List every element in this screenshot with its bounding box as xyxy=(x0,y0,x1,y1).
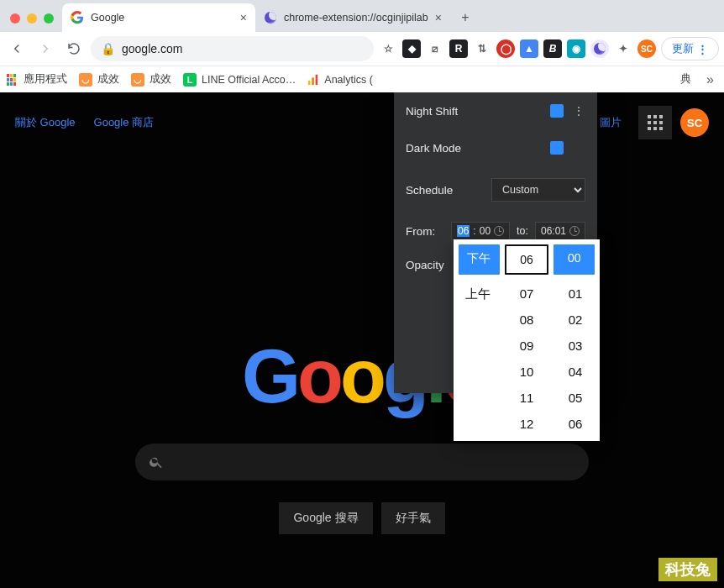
forward-button[interactable] xyxy=(34,37,57,60)
ampm-selected[interactable]: 下午 xyxy=(459,244,500,275)
to-time-input[interactable]: 06:01 xyxy=(535,222,585,240)
lucky-button[interactable]: 好手氣 xyxy=(381,502,445,534)
ext-b-icon[interactable]: B xyxy=(543,39,562,58)
google-apps-button[interactable] xyxy=(638,106,672,139)
tab-strip: Google × chrome-extension://ocginjipilab… xyxy=(0,0,724,32)
ext-nightshift-icon[interactable] xyxy=(590,39,609,58)
bookmark-item[interactable]: 典 xyxy=(680,72,691,87)
nightshift-label: Night Shift xyxy=(406,105,550,118)
minute-column: 01 02 03 04 05 06 xyxy=(551,280,600,441)
address-bar[interactable]: 🔒 google.com xyxy=(91,36,374,61)
about-link[interactable]: 關於 Google xyxy=(15,115,76,130)
minute-option[interactable]: 02 xyxy=(569,312,583,327)
tab-close-icon[interactable]: × xyxy=(435,11,442,24)
nightshift-checkbox[interactable] xyxy=(550,104,564,118)
tab-title: Google xyxy=(91,12,233,24)
bookmark-label: 典 xyxy=(680,72,691,87)
hour-selected[interactable]: 06 xyxy=(505,244,549,275)
url-text: google.com xyxy=(122,42,182,55)
bookmark-label: 成效 xyxy=(97,72,119,87)
line-icon: L xyxy=(183,73,197,87)
bookmark-item[interactable]: Analytics ( xyxy=(307,74,373,86)
apps-grid-icon xyxy=(7,74,18,86)
ampm-option[interactable]: 上午 xyxy=(465,286,491,302)
tab-google[interactable]: Google × xyxy=(62,3,255,32)
bookmark-item[interactable]: L LINE Official Acco… xyxy=(183,73,296,87)
from-time-input[interactable]: 06:00 xyxy=(451,222,510,240)
tab-close-icon[interactable]: × xyxy=(240,11,247,24)
window-minimize-button[interactable] xyxy=(27,13,37,24)
minute-option[interactable]: 04 xyxy=(569,365,583,379)
window-close-button[interactable] xyxy=(10,13,20,24)
new-tab-button[interactable]: + xyxy=(454,6,477,29)
schedule-select[interactable]: Custom xyxy=(491,178,585,202)
hour-option[interactable]: 10 xyxy=(520,365,534,379)
search-input[interactable] xyxy=(135,444,589,480)
opacity-label: Opacity xyxy=(406,254,452,271)
store-link[interactable]: Google 商店 xyxy=(94,115,155,130)
hour-column: 07 08 09 10 11 12 xyxy=(502,280,551,441)
watermark-label: 科技兔 xyxy=(658,558,717,581)
nightshift-row: Night Shift ⋮ xyxy=(394,92,597,129)
page-content: 關於 Google Google 商店 圖片 SC Google Google … xyxy=(0,92,724,588)
bookmarks-overflow-icon[interactable]: » xyxy=(703,72,717,87)
minute-option[interactable]: 05 xyxy=(569,391,583,405)
darkmode-checkbox[interactable] xyxy=(550,141,564,155)
bookmark-icon: ◡ xyxy=(131,73,144,87)
puzzle-icon[interactable]: ✦ xyxy=(614,39,632,58)
schedule-row: Schedule Custom xyxy=(394,166,597,213)
search-icon xyxy=(149,454,164,470)
hour-option[interactable]: 12 xyxy=(520,417,534,431)
popup-more-icon[interactable]: ⋮ xyxy=(572,104,585,118)
ext-circle-icon[interactable]: ◯ xyxy=(496,39,515,58)
analytics-icon xyxy=(307,74,319,86)
star-icon[interactable]: ☆ xyxy=(379,39,397,58)
hour-option[interactable]: 07 xyxy=(520,286,534,301)
window-maximize-button[interactable] xyxy=(44,13,54,24)
tab-title: chrome-extension://ocginjipilab xyxy=(284,12,428,24)
account-avatar[interactable]: SC xyxy=(680,108,709,137)
apps-shortcut[interactable]: 應用程式 xyxy=(7,72,67,87)
bookmarks-bar: 應用程式 ◡ 成效 ◡ 成效 L LINE Official Acco… Ana… xyxy=(0,66,724,92)
svg-rect-2 xyxy=(316,74,318,84)
window-controls xyxy=(7,13,62,32)
images-link[interactable]: 圖片 xyxy=(600,115,622,130)
schedule-label: Schedule xyxy=(406,184,491,197)
apps-grid-icon xyxy=(648,115,663,130)
bookmark-icon: ◡ xyxy=(79,73,92,87)
google-buttons: Google 搜尋 好手氣 xyxy=(0,502,724,534)
ext-r-icon[interactable]: R xyxy=(449,39,468,58)
profile-avatar-icon[interactable]: SC xyxy=(637,39,656,58)
bookmark-label: LINE Official Acco… xyxy=(202,74,296,86)
ext-shield-icon[interactable]: ◆ xyxy=(402,39,421,58)
hour-option[interactable]: 09 xyxy=(520,339,534,353)
update-button[interactable]: 更新⋮ xyxy=(661,37,719,60)
ext-eye-icon[interactable]: ◉ xyxy=(567,39,585,58)
back-button[interactable] xyxy=(5,37,29,60)
darkmode-label: Dark Mode xyxy=(406,142,550,155)
tab-extension[interactable]: chrome-extension://ocginjipilab × xyxy=(255,3,450,32)
minute-selected[interactable]: 00 xyxy=(553,244,595,275)
darkmode-row: Dark Mode xyxy=(394,129,597,166)
google-header: 關於 Google Google 商店 圖片 SC xyxy=(0,92,724,153)
google-logo-row: Google xyxy=(0,333,724,420)
moon-favicon-icon xyxy=(264,11,277,24)
bookmark-item[interactable]: ◡ 成效 xyxy=(79,72,119,87)
ext-swap-icon[interactable]: ⇅ xyxy=(473,39,491,58)
google-search-button[interactable]: Google 搜尋 xyxy=(279,502,372,534)
svg-rect-1 xyxy=(312,77,315,85)
from-label: From: xyxy=(406,225,444,238)
svg-rect-0 xyxy=(308,80,311,84)
hour-option[interactable]: 08 xyxy=(520,312,534,327)
time-picker-dropdown: 下午 06 00 上午 07 08 09 10 11 12 01 02 03 0… xyxy=(454,239,600,441)
minute-option[interactable]: 03 xyxy=(569,339,583,353)
bookmark-item[interactable]: ◡ 成效 xyxy=(131,72,171,87)
ext-slash-icon[interactable]: ⧄ xyxy=(426,39,444,58)
minute-option[interactable]: 01 xyxy=(569,286,583,301)
reload-button[interactable] xyxy=(62,37,86,60)
hour-option[interactable]: 11 xyxy=(520,391,534,405)
apps-label: 應用程式 xyxy=(24,72,67,87)
lock-icon: 🔒 xyxy=(101,42,115,55)
minute-option[interactable]: 06 xyxy=(569,417,583,431)
ext-photo-icon[interactable]: ▲ xyxy=(520,39,538,58)
